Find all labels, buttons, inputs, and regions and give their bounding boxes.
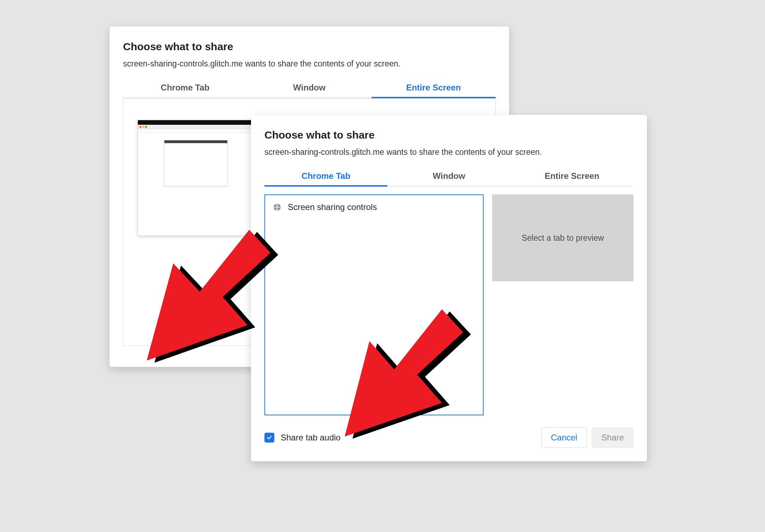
dialog-subtitle: screen-sharing-controls.glitch.me wants … [264,147,633,157]
tab-chrome-tab[interactable]: Chrome Tab [123,78,247,98]
screen-thumbnail[interactable] [138,120,254,236]
cancel-button[interactable]: Cancel [541,427,587,448]
dialog-title: Choose what to share [123,41,496,53]
share-tab-audio-label: Share tab audio [281,433,340,443]
tab-entire-screen[interactable]: Entire Screen [372,78,496,98]
tab-list-item[interactable]: Screen sharing controls [265,195,483,219]
checkbox-checked-icon [264,433,274,443]
tab-chrome-tab[interactable]: Chrome Tab [264,167,387,186]
tab-window[interactable]: Window [387,167,510,186]
source-tabs: Chrome Tab Window Entire Screen [123,78,496,98]
dialog-subtitle: screen-sharing-controls.glitch.me wants … [123,59,496,69]
tab-preview-pane: Select a tab to preview [492,194,633,281]
share-button[interactable]: Share [592,427,633,448]
preview-placeholder-text: Select a tab to preview [522,233,604,243]
share-dialog-chrome-tab: Choose what to share screen-sharing-cont… [251,115,647,461]
share-tab-audio-toggle[interactable]: Share tab audio [264,433,340,443]
tab-window[interactable]: Window [247,78,371,98]
tab-entire-screen[interactable]: Entire Screen [510,167,633,186]
globe-icon [273,203,281,211]
dialog-title: Choose what to share [264,129,633,141]
tab-selection-list: Screen sharing controls [264,194,484,415]
tab-list-item-label: Screen sharing controls [288,202,377,212]
source-tabs: Chrome Tab Window Entire Screen [264,167,633,187]
